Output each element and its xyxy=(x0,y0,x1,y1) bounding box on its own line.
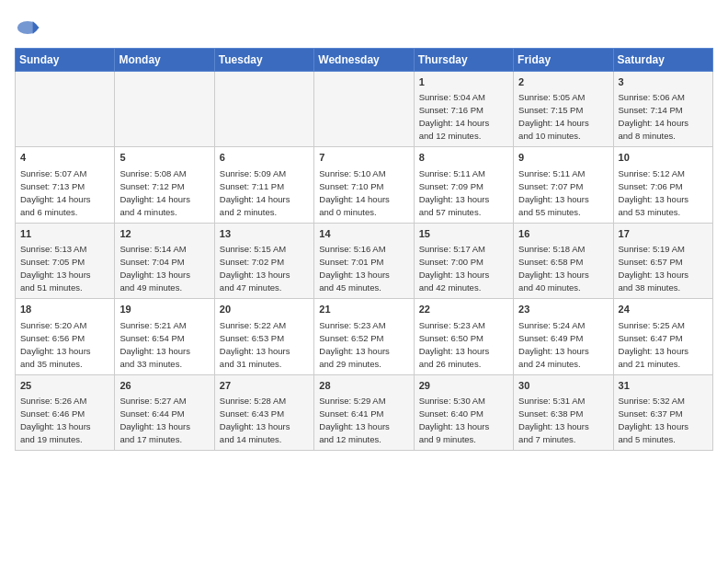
calendar-week-3: 11Sunrise: 5:13 AM Sunset: 7:05 PM Dayli… xyxy=(16,223,713,298)
day-info: Sunrise: 5:06 AM Sunset: 7:14 PM Dayligh… xyxy=(619,92,689,141)
calendar-cell: 31Sunrise: 5:32 AM Sunset: 6:37 PM Dayli… xyxy=(613,374,712,450)
calendar-cell: 15Sunrise: 5:17 AM Sunset: 7:00 PM Dayli… xyxy=(414,223,513,298)
calendar-cell: 11Sunrise: 5:13 AM Sunset: 7:05 PM Dayli… xyxy=(16,223,115,298)
day-info: Sunrise: 5:23 AM Sunset: 6:52 PM Dayligh… xyxy=(319,320,390,369)
calendar-cell: 30Sunrise: 5:31 AM Sunset: 6:38 PM Dayli… xyxy=(514,374,613,450)
calendar-cell: 9Sunrise: 5:11 AM Sunset: 7:07 PM Daylig… xyxy=(514,147,613,223)
day-info: Sunrise: 5:23 AM Sunset: 6:50 PM Dayligh… xyxy=(419,320,490,369)
weekday-monday: Monday xyxy=(115,49,214,72)
day-info: Sunrise: 5:09 AM Sunset: 7:11 PM Dayligh… xyxy=(220,168,290,217)
day-info: Sunrise: 5:20 AM Sunset: 6:56 PM Dayligh… xyxy=(20,320,91,369)
day-number: 3 xyxy=(619,75,708,89)
day-number: 18 xyxy=(20,303,109,316)
day-info: Sunrise: 5:21 AM Sunset: 6:54 PM Dayligh… xyxy=(119,320,190,369)
calendar-cell: 13Sunrise: 5:15 AM Sunset: 7:02 PM Dayli… xyxy=(214,223,313,298)
calendar-cell: 20Sunrise: 5:22 AM Sunset: 6:53 PM Dayli… xyxy=(214,299,313,374)
day-info: Sunrise: 5:10 AM Sunset: 7:10 PM Dayligh… xyxy=(319,168,390,217)
calendar-week-5: 25Sunrise: 5:26 AM Sunset: 6:46 PM Dayli… xyxy=(16,374,713,450)
day-info: Sunrise: 5:14 AM Sunset: 7:04 PM Dayligh… xyxy=(119,244,190,293)
day-info: Sunrise: 5:13 AM Sunset: 7:05 PM Dayligh… xyxy=(20,244,91,293)
logo-icon xyxy=(15,15,40,40)
day-number: 4 xyxy=(20,151,109,165)
day-number: 25 xyxy=(20,379,109,393)
day-info: Sunrise: 5:19 AM Sunset: 6:57 PM Dayligh… xyxy=(619,244,689,293)
calendar-cell xyxy=(214,72,313,147)
header xyxy=(15,15,713,40)
day-info: Sunrise: 5:31 AM Sunset: 6:38 PM Dayligh… xyxy=(518,396,589,444)
day-info: Sunrise: 5:18 AM Sunset: 6:58 PM Dayligh… xyxy=(518,244,589,293)
calendar-cell: 3Sunrise: 5:06 AM Sunset: 7:14 PM Daylig… xyxy=(613,72,712,147)
calendar-cell: 24Sunrise: 5:25 AM Sunset: 6:47 PM Dayli… xyxy=(613,299,712,374)
day-number: 7 xyxy=(319,151,408,165)
day-info: Sunrise: 5:17 AM Sunset: 7:00 PM Dayligh… xyxy=(419,244,490,293)
calendar-cell: 8Sunrise: 5:11 AM Sunset: 7:09 PM Daylig… xyxy=(414,147,513,223)
calendar-body: 1Sunrise: 5:04 AM Sunset: 7:16 PM Daylig… xyxy=(16,72,713,451)
calendar-cell: 16Sunrise: 5:18 AM Sunset: 6:58 PM Dayli… xyxy=(514,223,613,298)
day-number: 22 xyxy=(419,303,508,316)
day-info: Sunrise: 5:04 AM Sunset: 7:16 PM Dayligh… xyxy=(419,92,490,141)
weekday-sunday: Sunday xyxy=(16,49,115,72)
calendar-cell: 25Sunrise: 5:26 AM Sunset: 6:46 PM Dayli… xyxy=(16,374,115,450)
day-info: Sunrise: 5:08 AM Sunset: 7:12 PM Dayligh… xyxy=(119,168,190,217)
weekday-thursday: Thursday xyxy=(414,49,513,72)
day-number: 12 xyxy=(119,227,209,241)
day-number: 17 xyxy=(619,227,708,241)
calendar-cell xyxy=(16,72,115,147)
day-info: Sunrise: 5:32 AM Sunset: 6:37 PM Dayligh… xyxy=(619,396,689,444)
day-number: 6 xyxy=(220,151,309,165)
day-number: 23 xyxy=(518,303,608,316)
calendar-cell: 29Sunrise: 5:30 AM Sunset: 6:40 PM Dayli… xyxy=(414,374,513,450)
calendar-cell: 28Sunrise: 5:29 AM Sunset: 6:41 PM Dayli… xyxy=(314,374,414,450)
day-number: 31 xyxy=(619,379,708,393)
day-number: 2 xyxy=(518,75,608,89)
calendar-cell: 5Sunrise: 5:08 AM Sunset: 7:12 PM Daylig… xyxy=(115,147,214,223)
day-info: Sunrise: 5:26 AM Sunset: 6:46 PM Dayligh… xyxy=(20,396,91,444)
calendar-cell xyxy=(314,72,414,147)
calendar-cell: 10Sunrise: 5:12 AM Sunset: 7:06 PM Dayli… xyxy=(613,147,712,223)
day-number: 19 xyxy=(119,303,209,316)
calendar-cell: 17Sunrise: 5:19 AM Sunset: 6:57 PM Dayli… xyxy=(613,223,712,298)
day-info: Sunrise: 5:16 AM Sunset: 7:01 PM Dayligh… xyxy=(319,244,390,293)
weekday-saturday: Saturday xyxy=(613,49,712,72)
day-number: 15 xyxy=(419,227,508,241)
day-number: 24 xyxy=(619,303,708,316)
day-info: Sunrise: 5:11 AM Sunset: 7:07 PM Dayligh… xyxy=(518,168,589,217)
day-number: 27 xyxy=(220,379,309,393)
calendar-cell xyxy=(115,72,214,147)
day-info: Sunrise: 5:24 AM Sunset: 6:49 PM Dayligh… xyxy=(518,320,589,369)
calendar-cell: 19Sunrise: 5:21 AM Sunset: 6:54 PM Dayli… xyxy=(115,299,214,374)
weekday-header-row: SundayMondayTuesdayWednesdayThursdayFrid… xyxy=(16,49,713,72)
day-number: 26 xyxy=(119,379,209,393)
day-info: Sunrise: 5:27 AM Sunset: 6:44 PM Dayligh… xyxy=(119,396,190,444)
day-number: 10 xyxy=(619,151,708,165)
day-info: Sunrise: 5:29 AM Sunset: 6:41 PM Dayligh… xyxy=(319,396,390,444)
day-number: 30 xyxy=(518,379,608,393)
day-number: 5 xyxy=(119,151,209,165)
calendar-week-4: 18Sunrise: 5:20 AM Sunset: 6:56 PM Dayli… xyxy=(16,299,713,374)
calendar-cell: 23Sunrise: 5:24 AM Sunset: 6:49 PM Dayli… xyxy=(514,299,613,374)
calendar-cell: 14Sunrise: 5:16 AM Sunset: 7:01 PM Dayli… xyxy=(314,223,414,298)
day-number: 13 xyxy=(220,227,309,241)
calendar-cell: 26Sunrise: 5:27 AM Sunset: 6:44 PM Dayli… xyxy=(115,374,214,450)
day-number: 14 xyxy=(319,227,408,241)
calendar-cell: 27Sunrise: 5:28 AM Sunset: 6:43 PM Dayli… xyxy=(214,374,313,450)
calendar-cell: 4Sunrise: 5:07 AM Sunset: 7:13 PM Daylig… xyxy=(16,147,115,223)
calendar-cell: 12Sunrise: 5:14 AM Sunset: 7:04 PM Dayli… xyxy=(115,223,214,298)
calendar-week-1: 1Sunrise: 5:04 AM Sunset: 7:16 PM Daylig… xyxy=(16,72,713,147)
calendar-week-2: 4Sunrise: 5:07 AM Sunset: 7:13 PM Daylig… xyxy=(16,147,713,223)
day-info: Sunrise: 5:15 AM Sunset: 7:02 PM Dayligh… xyxy=(220,244,290,293)
day-info: Sunrise: 5:22 AM Sunset: 6:53 PM Dayligh… xyxy=(220,320,290,369)
day-number: 29 xyxy=(419,379,508,393)
day-number: 1 xyxy=(419,75,508,89)
day-number: 28 xyxy=(319,379,408,393)
calendar-table: SundayMondayTuesdayWednesdayThursdayFrid… xyxy=(15,48,713,451)
calendar-cell: 6Sunrise: 5:09 AM Sunset: 7:11 PM Daylig… xyxy=(214,147,313,223)
day-info: Sunrise: 5:30 AM Sunset: 6:40 PM Dayligh… xyxy=(419,396,490,444)
calendar-cell: 7Sunrise: 5:10 AM Sunset: 7:10 PM Daylig… xyxy=(314,147,414,223)
day-info: Sunrise: 5:25 AM Sunset: 6:47 PM Dayligh… xyxy=(619,320,689,369)
day-info: Sunrise: 5:07 AM Sunset: 7:13 PM Dayligh… xyxy=(20,168,91,217)
calendar-cell: 2Sunrise: 5:05 AM Sunset: 7:15 PM Daylig… xyxy=(514,72,613,147)
svg-marker-1 xyxy=(33,21,40,34)
calendar-cell: 21Sunrise: 5:23 AM Sunset: 6:52 PM Dayli… xyxy=(314,299,414,374)
day-number: 20 xyxy=(220,303,309,316)
